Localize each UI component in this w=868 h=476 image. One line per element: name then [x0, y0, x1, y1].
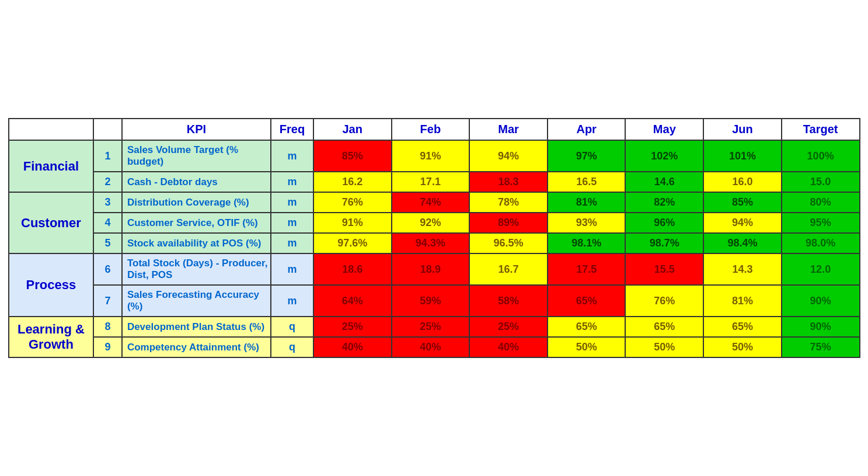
freq-cell: m — [271, 213, 313, 233]
feb-cell: 40% — [392, 337, 470, 357]
table-row: Customer3Distribution Coverage (%)m76%74… — [9, 192, 860, 213]
mar-cell: 40% — [469, 337, 548, 357]
header-feb: Feb — [392, 119, 470, 140]
target-cell: 100% — [782, 140, 860, 172]
header-jun: Jun — [703, 119, 782, 140]
row-num: 2 — [93, 172, 122, 192]
apr-cell: 65% — [548, 317, 626, 337]
mar-cell: 18.3 — [469, 172, 548, 192]
apr-cell: 81% — [548, 192, 626, 213]
row-num: 5 — [93, 233, 122, 253]
target-cell: 95% — [782, 213, 860, 233]
jan-cell: 18.6 — [313, 253, 392, 285]
apr-cell: 65% — [548, 285, 626, 317]
target-cell: 80% — [782, 192, 860, 213]
mar-cell: 94% — [469, 140, 548, 172]
kpi-cell: Total Stock (Days) - Producer, Dist, POS — [122, 253, 271, 285]
table-row: Financial1Sales Volume Target (% budget)… — [9, 140, 860, 172]
freq-cell: m — [271, 140, 313, 172]
kpi-cell: Stock availability at POS (%) — [122, 233, 271, 253]
row-num: 6 — [93, 253, 122, 285]
jan-cell: 16.2 — [313, 172, 392, 192]
header-jan: Jan — [313, 119, 392, 140]
may-cell: 15.5 — [625, 253, 703, 285]
feb-cell: 94.3% — [392, 233, 470, 253]
may-cell: 102% — [625, 140, 703, 172]
header-mar: Mar — [469, 119, 548, 140]
may-cell: 96% — [625, 213, 703, 233]
target-cell: 75% — [782, 337, 860, 357]
mar-cell: 89% — [469, 213, 548, 233]
header-num — [93, 119, 122, 140]
table-body: Financial1Sales Volume Target (% budget)… — [9, 140, 860, 357]
jun-cell: 16.0 — [703, 172, 782, 192]
header-category — [9, 119, 94, 140]
row-num: 7 — [93, 285, 122, 317]
target-cell: 90% — [782, 317, 860, 337]
table-row: Learning & Growth8Development Plan Statu… — [9, 317, 860, 337]
table-row: 4Customer Service, OTIF (%)m91%92%89%93%… — [9, 213, 860, 233]
jun-cell: 14.3 — [703, 253, 782, 285]
freq-cell: m — [271, 233, 313, 253]
kpi-cell: Development Plan Status (%) — [122, 317, 271, 337]
jan-cell: 85% — [313, 140, 392, 172]
jun-cell: 50% — [703, 337, 782, 357]
feb-cell: 74% — [392, 192, 470, 213]
jan-cell: 97.6% — [313, 233, 392, 253]
mar-cell: 96.5% — [469, 233, 548, 253]
feb-cell: 17.1 — [392, 172, 470, 192]
table-row: 9Competency Attainment (%)q40%40%40%50%5… — [9, 337, 860, 357]
row-num: 4 — [93, 213, 122, 233]
table-row: 7Sales Forecasting Accuracy (%)m64%59%58… — [9, 285, 860, 317]
freq-cell: m — [271, 285, 313, 317]
category-cell: Process — [9, 253, 94, 317]
header-may: May — [625, 119, 703, 140]
table-row: 2Cash - Debtor daysm16.217.118.316.514.6… — [9, 172, 860, 192]
may-cell: 65% — [625, 317, 703, 337]
target-cell: 15.0 — [782, 172, 860, 192]
header-row: KPI Freq Jan Feb Mar Apr May Jun Target — [9, 119, 860, 140]
apr-cell: 50% — [548, 337, 626, 357]
row-num: 8 — [93, 317, 122, 337]
scorecard-table: KPI Freq Jan Feb Mar Apr May Jun Target … — [8, 118, 860, 358]
row-num: 1 — [93, 140, 122, 172]
mar-cell: 78% — [469, 192, 548, 213]
may-cell: 50% — [625, 337, 703, 357]
jun-cell: 94% — [703, 213, 782, 233]
kpi-cell: Sales Forecasting Accuracy (%) — [122, 285, 271, 317]
table-row: Process6Total Stock (Days) - Producer, D… — [9, 253, 860, 285]
row-num: 3 — [93, 192, 122, 213]
apr-cell: 97% — [548, 140, 626, 172]
apr-cell: 16.5 — [548, 172, 626, 192]
scorecard-table-wrapper: KPI Freq Jan Feb Mar Apr May Jun Target … — [8, 118, 860, 358]
target-cell: 98.0% — [782, 233, 860, 253]
category-cell: Financial — [9, 140, 94, 192]
jun-cell: 81% — [703, 285, 782, 317]
jan-cell: 64% — [313, 285, 392, 317]
jan-cell: 76% — [313, 192, 392, 213]
feb-cell: 18.9 — [392, 253, 470, 285]
header-apr: Apr — [548, 119, 626, 140]
apr-cell: 98.1% — [548, 233, 626, 253]
freq-cell: m — [271, 253, 313, 285]
jun-cell: 85% — [703, 192, 782, 213]
mar-cell: 58% — [469, 285, 548, 317]
category-cell: Customer — [9, 192, 94, 253]
jun-cell: 101% — [703, 140, 782, 172]
mar-cell: 16.7 — [469, 253, 548, 285]
may-cell: 82% — [625, 192, 703, 213]
may-cell: 98.7% — [625, 233, 703, 253]
header-kpi: KPI — [122, 119, 271, 140]
feb-cell: 25% — [392, 317, 470, 337]
category-cell: Learning & Growth — [9, 317, 94, 357]
header-target: Target — [782, 119, 860, 140]
kpi-cell: Sales Volume Target (% budget) — [122, 140, 271, 172]
freq-cell: m — [271, 192, 313, 213]
freq-cell: q — [271, 337, 313, 357]
kpi-cell: Competency Attainment (%) — [122, 337, 271, 357]
jan-cell: 25% — [313, 317, 392, 337]
may-cell: 14.6 — [625, 172, 703, 192]
mar-cell: 25% — [469, 317, 548, 337]
feb-cell: 92% — [392, 213, 470, 233]
kpi-cell: Customer Service, OTIF (%) — [122, 213, 271, 233]
